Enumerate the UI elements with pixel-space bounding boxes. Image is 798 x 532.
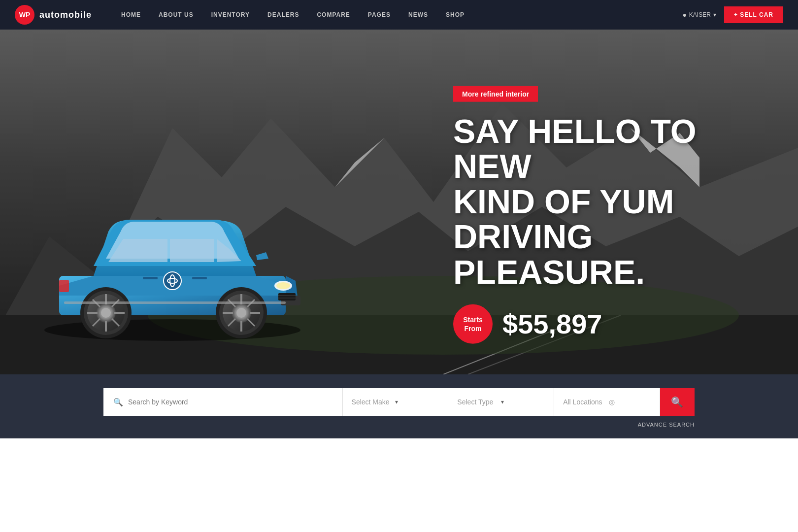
chevron-down-icon: ▾ bbox=[395, 399, 439, 405]
nav-links: HOME ABOUT US INVENTORY DEALERS COMPARE … bbox=[121, 11, 682, 18]
make-select[interactable]: Select Make ▾ bbox=[343, 388, 449, 416]
starts-from-badge: Starts From bbox=[453, 304, 493, 344]
location-label: All Locations bbox=[563, 398, 605, 406]
location-select[interactable]: All Locations ◎ bbox=[554, 388, 660, 416]
advance-search-area: ADVANCE SEARCH bbox=[103, 420, 695, 429]
chevron-down-icon: ▾ bbox=[501, 399, 545, 405]
keyword-input[interactable] bbox=[128, 398, 332, 406]
hero-section: More refined interior SAY HELLO TO NEW K… bbox=[0, 30, 798, 374]
sell-car-button[interactable]: + SELL CAR bbox=[724, 6, 783, 23]
nav-right: ● KAISER ▾ + SELL CAR bbox=[682, 6, 783, 23]
user-label: KAISER bbox=[689, 11, 711, 18]
make-select-label: Select Make bbox=[352, 398, 396, 406]
nav-about[interactable]: ABOUT US bbox=[159, 11, 194, 18]
search-bar: 🔍 Select Make ▾ Select Type ▾ All Locati… bbox=[103, 388, 695, 416]
user-icon: ● bbox=[682, 11, 686, 19]
hero-title: SAY HELLO TO NEW KIND OF YUM DRIVING PLE… bbox=[453, 114, 739, 290]
svg-rect-43 bbox=[192, 277, 207, 279]
svg-rect-47 bbox=[64, 301, 286, 304]
search-button-icon: 🔍 bbox=[671, 396, 683, 408]
nav-home[interactable]: HOME bbox=[121, 11, 141, 18]
location-icon: ◎ bbox=[609, 398, 651, 406]
user-menu[interactable]: ● KAISER ▾ bbox=[682, 11, 716, 19]
nav-shop[interactable]: SHOP bbox=[446, 11, 465, 18]
search-keyword-field[interactable]: 🔍 bbox=[103, 388, 343, 416]
svg-point-14 bbox=[276, 282, 290, 289]
type-select[interactable]: Select Type ▾ bbox=[448, 388, 554, 416]
nav-pages[interactable]: PAGES bbox=[368, 11, 391, 18]
chevron-down-icon: ▾ bbox=[713, 11, 716, 18]
hero-tag: More refined interior bbox=[453, 86, 538, 102]
hero-content: More refined interior SAY HELLO TO NEW K… bbox=[453, 86, 739, 344]
nav-inventory[interactable]: INVENTORY bbox=[211, 11, 250, 18]
svg-rect-42 bbox=[143, 277, 158, 279]
hero-price-area: Starts From $55,897 bbox=[453, 304, 739, 344]
hero-price: $55,897 bbox=[502, 308, 602, 340]
search-magnifier-icon: 🔍 bbox=[113, 398, 123, 407]
nav-dealers[interactable]: DEALERS bbox=[267, 11, 299, 18]
svg-rect-15 bbox=[59, 280, 69, 292]
logo-text: automobile bbox=[39, 10, 92, 20]
svg-point-20 bbox=[236, 308, 246, 318]
search-section: 🔍 Select Make ▾ Select Type ▾ All Locati… bbox=[0, 374, 798, 438]
logo-area: WP automobile bbox=[15, 5, 92, 25]
svg-rect-48 bbox=[278, 293, 296, 300]
nav-news[interactable]: NEWS bbox=[408, 11, 428, 18]
search-submit-button[interactable]: 🔍 bbox=[660, 388, 695, 416]
navbar: WP automobile HOME ABOUT US INVENTORY DE… bbox=[0, 0, 798, 30]
hero-car-image bbox=[30, 167, 315, 345]
type-select-label: Select Type bbox=[457, 398, 501, 406]
svg-point-33 bbox=[101, 308, 111, 318]
advance-search-link[interactable]: ADVANCE SEARCH bbox=[638, 422, 695, 428]
nav-compare[interactable]: COMPARE bbox=[317, 11, 350, 18]
logo-badge: WP bbox=[15, 5, 34, 25]
